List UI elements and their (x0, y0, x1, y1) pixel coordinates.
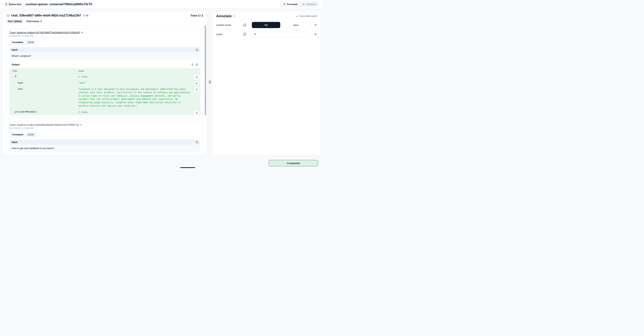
trace-link-2[interactable]: Trace: langfuse-chatbot (9d0a6f2e6de8670… (9, 123, 79, 126)
score-name-label: custom-score (216, 24, 242, 27)
copy-icon (83, 15, 85, 17)
row-path: text (18, 88, 23, 90)
focus-gauge-icon (283, 3, 286, 6)
row-value: 3 items (75, 74, 200, 80)
output-section-header-1: Output (9, 62, 200, 67)
trace-card-2: Trace: langfuse-chatbot (9d0a6f2e6de8670… (6, 121, 203, 155)
input-section-header-1: Input (9, 47, 200, 52)
input-label-1: Input (12, 48, 18, 51)
detailed-view-label: Detailed (306, 3, 316, 6)
table-row: ⌄ 0 3 items (9, 74, 200, 80)
path-column-header: Path (9, 68, 75, 74)
page-title: custom-queue: cmiacwel70041ad060s7tlr75 (26, 3, 92, 6)
input-text-1: What's Langfuse? (9, 52, 200, 60)
row-value: 1 items (75, 109, 200, 115)
expand-output-button-1[interactable] (191, 63, 194, 66)
input-label-2: Input (12, 141, 18, 143)
copy-row-button[interactable] (194, 75, 199, 80)
trace-counter: Trace 2 / 2 (190, 14, 203, 17)
panel-resize-handle[interactable] (208, 80, 212, 84)
tab-formatted-1[interactable]: Formatted (10, 40, 25, 44)
save-status: Score data saved (296, 15, 317, 18)
format-tabs-2: Formatted JSON (9, 132, 36, 137)
bottom-black-bar (180, 167, 195, 168)
output-label-1: Output (12, 63, 20, 66)
top-bar: Queue item custom-queue: cmiacwel70041ad… (0, 0, 322, 9)
comment-bubble-icon[interactable] (243, 24, 246, 27)
tab-json-1[interactable]: JSON (26, 40, 36, 44)
row-path: 0 (15, 75, 16, 78)
score-option-pass[interactable]: pass (282, 22, 310, 28)
completed-button[interactable]: Completed (269, 160, 318, 166)
copy-output-button-1[interactable] (196, 63, 198, 66)
focused-view-label: Focused (287, 3, 298, 6)
format-tabs-1: Formatted JSON (9, 40, 36, 45)
focused-view-button[interactable]: Focused (281, 2, 300, 7)
detailed-view-button[interactable]: Detailed (300, 2, 318, 7)
output-json-table-1: Path Value ⌄ 0 3 items (9, 68, 200, 115)
json-table-header-1: Path Value (9, 68, 200, 74)
workspace: chat_536ed067-b86e-4eb6-882b-ba27148a234… (0, 9, 322, 168)
copy-input-button-2[interactable] (196, 141, 198, 143)
tab-formatted-2[interactable]: Formatted (10, 133, 25, 137)
clock-icon (6, 14, 9, 17)
external-link-icon (81, 32, 83, 34)
queue-item-badge: Queue item (3, 2, 23, 7)
id-chip-label: ID (86, 15, 88, 17)
score-name-label: score (216, 33, 242, 36)
comment-bubble-icon[interactable] (243, 33, 246, 36)
row-path: type (18, 82, 23, 84)
view-mode-toggle: Focused Detailed (280, 1, 319, 7)
score-option-fail[interactable]: fail (252, 22, 280, 28)
network-tree-icon (302, 3, 305, 6)
chevron-right-icon[interactable]: › (12, 111, 14, 113)
table-row: › providerMetadata 1 items (9, 109, 200, 115)
input-text-2: How to get user feedback in my traces? (9, 145, 200, 152)
copy-id-button[interactable]: ID (83, 15, 88, 17)
tab-json-2[interactable]: JSON (26, 133, 36, 137)
copy-row-button[interactable] (194, 87, 199, 92)
clipboard-pen-icon (5, 3, 8, 6)
trace-card-1: Trace: langfuse-chatbot (d174b1589072e43… (6, 29, 203, 118)
copy-row-button[interactable] (194, 81, 199, 86)
session-title: chat_536ed067-b86e-4eb6-882b-ba27148a234… (11, 14, 81, 18)
row-value: "Langfuse is a tool designed to help bus… (75, 86, 200, 109)
info-icon[interactable] (233, 15, 236, 18)
score-row-custom-score: custom-score fail pass (216, 22, 317, 28)
score-value-input[interactable] (252, 31, 310, 38)
trace-timestamp-2: 11/12/2025, 3:12:36 PM (9, 127, 200, 130)
check-icon (296, 15, 298, 18)
save-status-label: Score data saved (300, 15, 317, 18)
trace-panel-header: chat_536ed067-b86e-4eb6-882b-ba27148a234… (3, 11, 207, 26)
copy-input-button-1[interactable] (196, 49, 198, 51)
trace-panel: chat_536ed067-b86e-4eb6-882b-ba27148a234… (2, 11, 207, 155)
chevron-down-icon[interactable]: ⌄ (12, 75, 14, 78)
annotate-panel: Annotate Score data saved custom (212, 11, 321, 155)
score-row-score: score (216, 31, 317, 38)
trace-link-1[interactable]: Trace: langfuse-chatbot (d174b1589072e43… (9, 31, 80, 34)
copy-row-button[interactable] (194, 110, 199, 115)
table-row: text "Langfuse is a tool designed to hel… (9, 86, 200, 109)
vertical-scrollbar[interactable] (205, 26, 206, 115)
remove-score-icon[interactable] (314, 33, 317, 36)
output-section-header-2: Output (9, 154, 200, 155)
trace-card-list: Trace: langfuse-chatbot (d174b1589072e43… (3, 26, 207, 155)
annotate-title: Annotate (216, 14, 232, 18)
row-path: providerMetadata (15, 111, 37, 113)
remove-score-icon[interactable] (314, 24, 317, 27)
env-badge: Env: default (6, 19, 24, 24)
value-column-header: Value (75, 68, 200, 74)
trace-timestamp-1: 11/12/2025, 3:12:32 PM (9, 35, 200, 37)
table-row: type "text" (9, 80, 200, 86)
external-link-icon (80, 124, 82, 126)
input-section-header-2: Input (9, 140, 200, 145)
row-value: "text" (75, 80, 200, 86)
total-traces-label: Total traces: 2 (26, 20, 42, 23)
queue-item-badge-label: Queue item (8, 3, 21, 6)
